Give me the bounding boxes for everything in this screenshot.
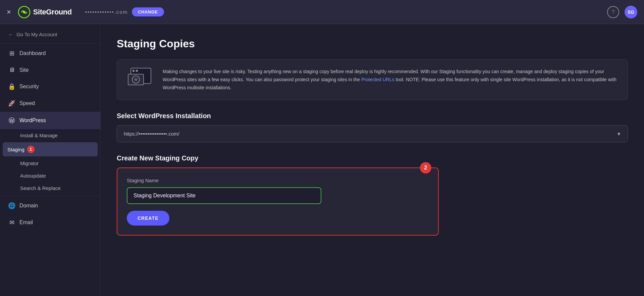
sidebar-item-email[interactable]: ✉ Email [0, 214, 100, 231]
sidebar-divider [0, 43, 100, 44]
installation-select[interactable]: https://••••••••••••••••.com/ [117, 125, 628, 142]
header: × SiteGround ••••••••••••.com CHANGE ? S… [0, 0, 644, 24]
staging-label: Staging [7, 147, 24, 152]
sidebar-item-label: Domain [19, 203, 38, 209]
sidebar-item-site[interactable]: 🖥 Site [0, 62, 100, 78]
staging-name-label: Staging Name [127, 178, 429, 183]
staging-badge: 1 [27, 146, 35, 153]
sidebar-divider-2 [0, 196, 100, 196]
wp-logo-small: W [132, 76, 140, 84]
sidebar-sub-autoupdate[interactable]: Autoupdate [0, 169, 100, 182]
protected-urls-link[interactable]: Protected URLs [361, 77, 394, 82]
sidebar: ← Go To My Account ⊞ Dashboard 🖥 Site 🔒 … [0, 24, 101, 296]
select-section: Select WordPress Installation https://••… [117, 112, 628, 142]
info-icon-area: W [126, 68, 153, 91]
sidebar-sub-search-replace[interactable]: Search & Replace [0, 182, 100, 194]
change-button[interactable]: CHANGE [132, 7, 164, 16]
domain-url: ••••••••••••.com [85, 9, 128, 15]
email-icon: ✉ [8, 219, 15, 226]
wp-window-inner: W [128, 74, 144, 85]
installation-select-wrapper: https://••••••••••••••••.com/ ▼ [117, 125, 628, 142]
page-title: Staging Copies [117, 38, 628, 50]
speed-icon: 🚀 [8, 100, 15, 107]
sidebar-item-speed[interactable]: 🚀 Speed [0, 95, 100, 112]
avatar: SG [625, 6, 637, 18]
sidebar-item-label: WordPress [19, 117, 46, 124]
create-section-title: Create New Staging Copy [117, 154, 628, 162]
domain-icon: 🌐 [8, 202, 15, 209]
wordpress-staging-icon: W [128, 68, 152, 91]
sidebar-item-label: Speed [19, 100, 35, 106]
header-right: ? SG [607, 6, 637, 18]
sidebar-item-label: Email [19, 219, 33, 226]
help-button[interactable]: ? [607, 6, 619, 18]
step-2-badge: 2 [420, 162, 431, 174]
sidebar-item-label: Security [19, 84, 39, 90]
sidebar-sub-staging[interactable]: Staging 1 [3, 142, 98, 156]
sidebar-item-domain[interactable]: 🌐 Domain [0, 197, 100, 214]
create-staging-section: Create New Staging Copy 2 Staging Name C… [117, 154, 628, 236]
sidebar-back-label: Go To My Account [16, 32, 57, 37]
logo: SiteGround [18, 6, 72, 18]
sidebar-item-wordpress[interactable]: Ⓦ WordPress [0, 112, 100, 129]
lock-icon: 🔒 [8, 83, 15, 90]
sidebar-back[interactable]: ← Go To My Account [0, 27, 100, 42]
sidebar-item-dashboard[interactable]: ⊞ Dashboard [0, 45, 100, 62]
sidebar-sub-migrator[interactable]: Migrator [0, 157, 100, 169]
sidebar-item-security[interactable]: 🔒 Security [0, 78, 100, 95]
svg-point-1 [23, 11, 25, 13]
create-button[interactable]: CREATE [127, 211, 169, 226]
sidebar-sub-install-manage[interactable]: Install & Manage [0, 129, 100, 142]
site-icon: 🖥 [8, 66, 15, 73]
dashboard-icon: ⊞ [8, 50, 15, 57]
wordpress-icon: Ⓦ [8, 116, 15, 125]
info-text: Making changes to your live site is risk… [163, 68, 618, 92]
back-arrow-icon: ← [8, 32, 13, 37]
logo-text: SiteGround [33, 8, 72, 16]
domain-display: ••••••••••••.com CHANGE [85, 7, 164, 16]
info-box: W Making changes to your live site is ri… [117, 59, 628, 100]
siteground-logo-icon [18, 6, 31, 18]
create-box: 2 Staging Name CREATE [117, 167, 439, 236]
staging-name-input[interactable] [127, 187, 321, 204]
close-icon[interactable]: × [7, 8, 11, 16]
select-section-title: Select WordPress Installation [117, 112, 628, 120]
content-area: Staging Copies W Making change [101, 24, 644, 296]
sidebar-item-label: Site [19, 67, 29, 73]
sidebar-item-label: Dashboard [19, 50, 46, 56]
main-layout: ← Go To My Account ⊞ Dashboard 🖥 Site 🔒 … [0, 24, 644, 296]
